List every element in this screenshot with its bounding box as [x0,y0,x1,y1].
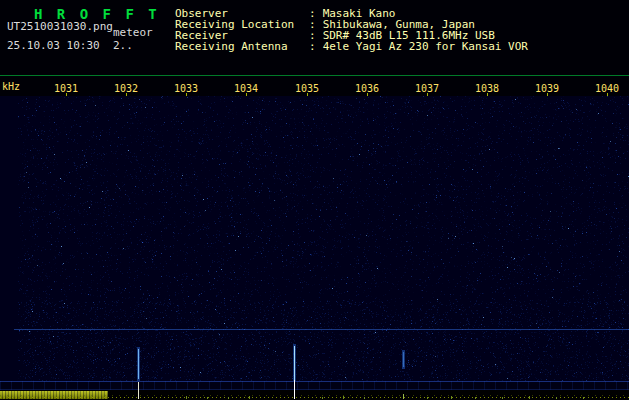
header-info-block: Observer:Masaki KanoReceiving Location:S… [0,0,629,60]
info-separator: : [309,40,316,53]
lower-noise-strip [0,381,629,390]
level-baseline [0,397,629,398]
info-label: Receiving Antenna [175,40,309,53]
header-separator-line [0,75,629,76]
signal-level-strip [0,390,629,400]
time-axis-labels: 1031103210331034103510361037103810391040 [0,83,629,97]
spectrogram-canvas [0,96,629,381]
hrofft-spectrogram-image: H R O F F T UT2510031030.png meteor 25.1… [0,0,629,400]
level-baseline-upper [0,395,629,396]
header-info-row: Receiving Antenna:4ele Yagi Az 230 for K… [175,40,528,53]
info-value: 4ele Yagi Az 230 for Kansai VOR [323,40,528,53]
